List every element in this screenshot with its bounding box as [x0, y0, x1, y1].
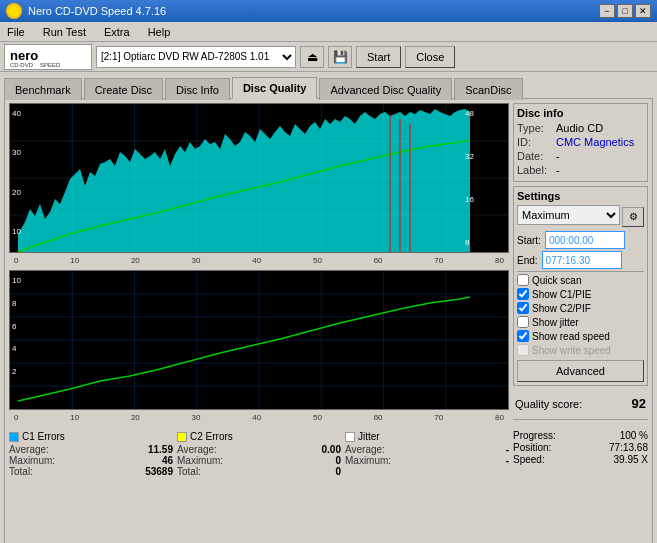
nero-logo: nero CD·DVD SPEED [4, 44, 92, 70]
svg-text:CD·DVD: CD·DVD [10, 62, 34, 68]
svg-text:2: 2 [12, 367, 17, 376]
show-c2-row: Show C2/PIF [517, 302, 644, 314]
disc-id-row: ID: CMC Magnetics [517, 136, 644, 148]
svg-text:30: 30 [12, 148, 21, 157]
start-button[interactable]: Start [356, 46, 401, 68]
c1-color-box [9, 432, 19, 442]
lower-chart-svg: 10 8 6 4 2 [10, 271, 508, 409]
tab-advanced-disc-quality[interactable]: Advanced Disc Quality [319, 78, 452, 100]
c2-total-row: Total: 0 [177, 466, 341, 477]
svg-text:SPEED: SPEED [40, 62, 61, 68]
mode-row: Maximum ⚙ [517, 205, 644, 228]
quick-scan-checkbox[interactable] [517, 274, 529, 286]
show-c1-checkbox[interactable] [517, 288, 529, 300]
show-c2-checkbox[interactable] [517, 302, 529, 314]
menu-run-test[interactable]: Run Test [40, 25, 89, 39]
c1-avg-row: Average: 11.59 [9, 444, 173, 455]
end-time-row: End: [517, 251, 644, 269]
svg-text:10: 10 [12, 276, 21, 285]
c2-errors-group: C2 Errors Average: 0.00 Maximum: 0 Total… [177, 431, 341, 477]
svg-text:nero: nero [10, 48, 38, 63]
settings-icon-button[interactable]: ⚙ [622, 207, 644, 227]
progress-section: Progress: 100 % Position: 77:13.68 Speed… [513, 430, 648, 466]
minimize-button[interactable]: − [599, 4, 615, 18]
tab-create-disc[interactable]: Create Disc [84, 78, 163, 100]
position-row: Position: 77:13.68 [513, 442, 648, 453]
tab-scan-disc[interactable]: ScanDisc [454, 78, 522, 100]
upper-chart-svg: 40 30 20 10 48 32 16 8 [10, 104, 508, 252]
start-time-input[interactable] [545, 231, 625, 249]
window-controls: − □ ✕ [599, 4, 651, 18]
stats-row: C1 Errors Average: 11.59 Maximum: 46 Tot… [9, 429, 509, 479]
jitter-group: Jitter Average: - Maximum: - [345, 431, 509, 477]
svg-text:8: 8 [12, 299, 17, 308]
tab-disc-info[interactable]: Disc Info [165, 78, 230, 100]
disc-type-row: Type: Audio CD [517, 122, 644, 134]
mode-select[interactable]: Maximum [517, 205, 620, 225]
menu-extra[interactable]: Extra [101, 25, 133, 39]
app-icon [6, 3, 22, 19]
progress-row: Progress: 100 % [513, 430, 648, 441]
svg-text:8: 8 [465, 238, 470, 247]
toolbar: nero CD·DVD SPEED [2:1] Optiarc DVD RW A… [0, 42, 657, 72]
jitter-max-row: Maximum: - [345, 455, 509, 466]
c2-errors-header: C2 Errors [177, 431, 341, 442]
save-button[interactable]: 💾 [328, 46, 352, 68]
close-button[interactable]: Close [405, 46, 455, 68]
c2-max-row: Maximum: 0 [177, 455, 341, 466]
show-read-speed-row: Show read speed [517, 330, 644, 342]
quality-section: Quality score: 92 [513, 390, 648, 413]
disc-date-row: Date: - [517, 150, 644, 162]
menu-bar: File Run Test Extra Help [0, 22, 657, 42]
menu-file[interactable]: File [4, 25, 28, 39]
svg-text:40: 40 [12, 109, 21, 118]
quick-scan-row: Quick scan [517, 274, 644, 286]
svg-text:6: 6 [12, 322, 17, 331]
tab-bar: Benchmark Create Disc Disc Info Disc Qua… [0, 72, 657, 98]
show-c1-row: Show C1/PIE [517, 288, 644, 300]
c2-color-box [177, 432, 187, 442]
c1-total-row: Total: 53689 [9, 466, 173, 477]
settings-section: Settings Maximum ⚙ Start: End: [513, 186, 648, 386]
title-bar: Nero CD-DVD Speed 4.7.16 − □ ✕ [0, 0, 657, 22]
show-jitter-checkbox[interactable] [517, 316, 529, 328]
lower-chart: 10 8 6 4 2 [9, 270, 509, 410]
speed-row: Speed: 39.95 X [513, 454, 648, 465]
eject-button[interactable]: ⏏ [300, 46, 324, 68]
menu-help[interactable]: Help [145, 25, 174, 39]
svg-text:16: 16 [465, 195, 474, 204]
svg-text:32: 32 [465, 152, 474, 161]
drive-select[interactable]: [2:1] Optiarc DVD RW AD-7280S 1.01 [96, 46, 296, 68]
nero-logo-svg: nero CD·DVD SPEED [8, 46, 88, 68]
c1-max-row: Maximum: 46 [9, 455, 173, 466]
divider [513, 419, 648, 420]
disc-info-section: Disc info Type: Audio CD ID: CMC Magneti… [513, 103, 648, 182]
show-jitter-row: Show jitter [517, 316, 644, 328]
jitter-avg-row: Average: - [345, 444, 509, 455]
show-read-speed-checkbox[interactable] [517, 330, 529, 342]
close-window-button[interactable]: ✕ [635, 4, 651, 18]
lower-chart-x-labels: 01020304050607080 [9, 413, 509, 422]
disc-label-row: Label: - [517, 164, 644, 176]
advanced-button[interactable]: Advanced [517, 360, 644, 382]
jitter-color-box [345, 432, 355, 442]
right-panel: Disc info Type: Audio CD ID: CMC Magneti… [513, 103, 648, 543]
show-write-speed-checkbox[interactable] [517, 344, 529, 356]
tab-disc-quality[interactable]: Disc Quality [232, 77, 318, 99]
svg-text:4: 4 [12, 344, 17, 353]
title-bar-text: Nero CD-DVD Speed 4.7.16 [28, 5, 166, 17]
upper-chart: 40 30 20 10 48 32 16 8 [9, 103, 509, 253]
start-time-row: Start: [517, 231, 644, 249]
jitter-header: Jitter [345, 431, 509, 442]
show-write-speed-row: Show write speed [517, 344, 644, 356]
c1-errors-header: C1 Errors [9, 431, 173, 442]
maximize-button[interactable]: □ [617, 4, 633, 18]
svg-text:10: 10 [12, 227, 21, 236]
svg-text:20: 20 [12, 188, 21, 197]
main-content: 40 30 20 10 48 32 16 8 01020304050607080 [4, 98, 653, 543]
tab-benchmark[interactable]: Benchmark [4, 78, 82, 100]
chart-area: 40 30 20 10 48 32 16 8 01020304050607080 [9, 103, 509, 543]
c1-errors-group: C1 Errors Average: 11.59 Maximum: 46 Tot… [9, 431, 173, 477]
end-time-input[interactable] [542, 251, 622, 269]
upper-chart-x-labels: 01020304050607080 [9, 256, 509, 265]
